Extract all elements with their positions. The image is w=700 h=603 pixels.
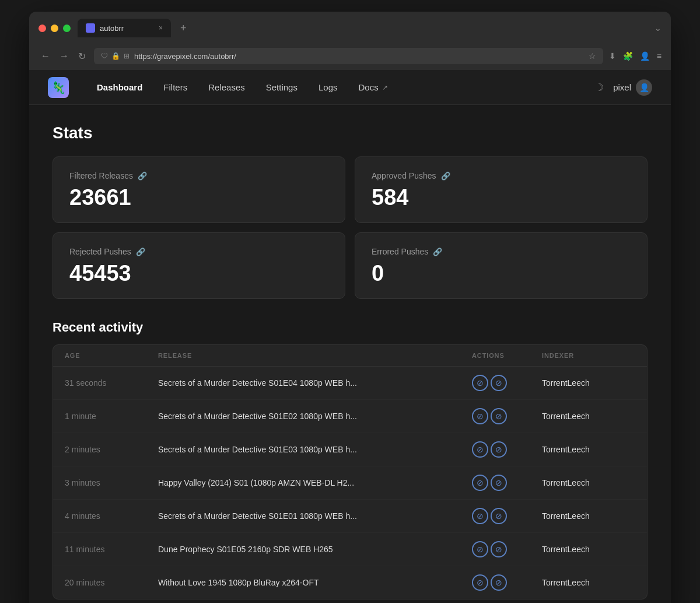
tab-bar: autobrr × +: [78, 19, 648, 37]
profile-icon[interactable]: 👤: [640, 51, 650, 61]
nav-link-settings[interactable]: Settings: [257, 78, 307, 97]
tab-close-button[interactable]: ×: [159, 24, 163, 32]
table-header-indexer: INDEXER: [542, 352, 635, 359]
cell-age-6: 20 minutes: [65, 578, 158, 587]
nav-link-docs[interactable]: Docs ↗: [349, 78, 397, 97]
action-icon-2[interactable]: ⊘: [491, 574, 507, 591]
stat-label-rejected-pushes: Rejected Pushes: [69, 247, 131, 256]
cell-release-4: Secrets of a Murder Detective S01E01 108…: [158, 511, 472, 521]
page-title: Stats: [52, 124, 648, 142]
browser-chrome: autobrr × + ⌄ ← → ↻ 🛡 🔒 ⊞ https://gravep…: [29, 12, 671, 70]
user-menu[interactable]: pixel 👤: [613, 79, 652, 96]
nav-link-dashboard-label: Dashboard: [97, 82, 142, 92]
cell-age-4: 4 minutes: [65, 511, 158, 521]
lock-icon: 🔒: [111, 52, 120, 60]
action-icon-2[interactable]: ⊘: [491, 375, 507, 391]
cell-age-3: 3 minutes: [65, 478, 158, 487]
action-icon-1[interactable]: ⊘: [472, 475, 488, 491]
main-content: Stats Filtered Releases 🔗 23661 Approved…: [29, 105, 671, 603]
cell-age-2: 2 minutes: [65, 445, 158, 454]
recent-activity-title: Recent activity: [52, 320, 648, 335]
nav-link-logs[interactable]: Logs: [309, 78, 347, 97]
forward-button[interactable]: →: [57, 48, 71, 64]
action-icon-1[interactable]: ⊘: [472, 508, 488, 524]
shield-icon: 🛡: [101, 52, 108, 60]
stat-link-icon-filtered[interactable]: 🔗: [138, 172, 147, 180]
table-row: 2 minutes Secrets of a Murder Detective …: [53, 433, 647, 466]
username-label: pixel: [613, 82, 631, 92]
browser-tab-active[interactable]: autobrr ×: [78, 19, 171, 37]
nav-link-releases-label: Releases: [208, 82, 245, 92]
action-icon-1[interactable]: ⊘: [472, 541, 488, 557]
stat-card-filtered-releases: Filtered Releases 🔗 23661: [52, 156, 345, 223]
address-bar[interactable]: 🛡 🔒 ⊞ https://gravepixel.com/autobrr/ ☆: [94, 48, 603, 64]
stat-link-icon-approved[interactable]: 🔗: [441, 172, 450, 180]
activity-table: AGE RELEASE ACTIONS INDEXER 31 seconds S…: [52, 344, 648, 599]
browser-collapse-button[interactable]: ⌄: [654, 23, 662, 33]
cell-actions-5: ⊘ ⊘: [472, 541, 542, 557]
traffic-light-yellow[interactable]: [51, 25, 58, 32]
browser-toolbar-actions: ⬇ 🧩 👤 ≡: [609, 51, 662, 61]
nav-link-dashboard[interactable]: Dashboard: [88, 78, 152, 97]
stat-value-approved-pushes: 584: [372, 186, 631, 208]
cell-release-6: Without Love 1945 1080p BluRay x264-OFT: [158, 578, 472, 587]
nav-link-settings-label: Settings: [266, 82, 298, 92]
stat-label-filtered-releases: Filtered Releases: [69, 171, 133, 180]
action-icon-1[interactable]: ⊘: [472, 441, 488, 458]
action-icon-2[interactable]: ⊘: [491, 475, 507, 491]
stat-label-approved-pushes: Approved Pushes: [372, 171, 436, 180]
nav-links: Dashboard Filters Releases Settings Logs…: [88, 78, 594, 97]
table-header-release: RELEASE: [158, 352, 472, 359]
nav-link-logs-label: Logs: [318, 82, 338, 92]
browser-titlebar: autobrr × + ⌄: [38, 19, 662, 37]
action-icon-1[interactable]: ⊘: [472, 408, 488, 424]
stat-value-errored-pushes: 0: [372, 262, 631, 284]
table-header-age: AGE: [65, 352, 158, 359]
action-icon-2[interactable]: ⊘: [491, 441, 507, 458]
menu-icon[interactable]: ≡: [657, 51, 662, 61]
cell-indexer-4: TorrentLeech: [542, 511, 635, 521]
nav-link-filters[interactable]: Filters: [154, 78, 197, 97]
refresh-button[interactable]: ↻: [76, 48, 88, 64]
address-bar-icons: 🛡 🔒 ⊞: [101, 52, 130, 60]
cell-indexer-2: TorrentLeech: [542, 445, 635, 454]
nav-link-docs-label: Docs: [358, 82, 378, 92]
table-header-actions: ACTIONS: [472, 352, 542, 359]
stat-link-icon-rejected[interactable]: 🔗: [136, 248, 145, 256]
action-icon-2[interactable]: ⊘: [491, 408, 507, 424]
extensions-icon[interactable]: 🧩: [623, 51, 633, 61]
app-logo-icon: 🦎: [48, 77, 69, 98]
stat-link-icon-errored[interactable]: 🔗: [433, 248, 442, 256]
tab-title: autobrr: [100, 24, 124, 33]
external-link-icon: ↗: [382, 83, 388, 92]
browser-nav-buttons: ← → ↻: [38, 48, 88, 64]
action-icon-1[interactable]: ⊘: [472, 574, 488, 591]
tab-favicon: [86, 23, 95, 33]
table-header: AGE RELEASE ACTIONS INDEXER: [53, 345, 647, 367]
traffic-light-red[interactable]: [38, 25, 46, 32]
cell-actions-0: ⊘ ⊘: [472, 375, 542, 391]
back-button[interactable]: ←: [38, 48, 52, 64]
app-content: 🦎 Dashboard Filters Releases Settings Lo…: [29, 70, 671, 603]
stat-card-approved-pushes: Approved Pushes 🔗 584: [355, 156, 648, 223]
cell-actions-2: ⊘ ⊘: [472, 441, 542, 458]
bookmark-icon[interactable]: ☆: [589, 51, 596, 61]
stat-label-row-rejected: Rejected Pushes 🔗: [69, 247, 328, 256]
download-icon[interactable]: ⬇: [609, 51, 616, 61]
user-avatar: 👤: [636, 79, 652, 96]
action-icon-1[interactable]: ⊘: [472, 375, 488, 391]
url-display: https://gravepixel.com/autobrr/: [134, 52, 584, 61]
action-icon-2[interactable]: ⊘: [491, 508, 507, 524]
stat-label-row-filtered: Filtered Releases 🔗: [69, 171, 328, 180]
traffic-light-green[interactable]: [63, 25, 71, 32]
table-row: 4 minutes Secrets of a Murder Detective …: [53, 500, 647, 533]
nav-right: ☽ pixel 👤: [594, 79, 652, 96]
cell-indexer-6: TorrentLeech: [542, 578, 635, 587]
action-icon-2[interactable]: ⊘: [491, 541, 507, 557]
cell-actions-3: ⊘ ⊘: [472, 475, 542, 491]
theme-toggle-button[interactable]: ☽: [594, 81, 604, 94]
new-tab-button[interactable]: +: [176, 20, 191, 37]
table-row: 31 seconds Secrets of a Murder Detective…: [53, 367, 647, 400]
table-row: 20 minutes Without Love 1945 1080p BluRa…: [53, 566, 647, 599]
nav-link-releases[interactable]: Releases: [199, 78, 254, 97]
